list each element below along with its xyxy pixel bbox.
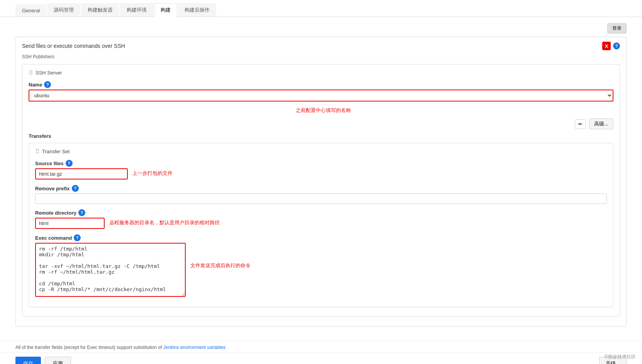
save-button[interactable]: 保存 (15, 357, 41, 364)
source-files-group: Source files ? 上一步打包的文件 (35, 160, 607, 179)
exec-command-help-icon[interactable]: ? (74, 234, 81, 241)
exec-command-group: Exec command ? 文件发送完成后执行的命令 (35, 234, 607, 297)
exec-command-textarea[interactable] (35, 243, 186, 297)
name-help-icon[interactable]: ? (44, 81, 51, 88)
transfer-drag-handle[interactable]: ⠿ (35, 148, 40, 155)
name-select-row: ubuntu (29, 90, 613, 102)
source-files-row: 上一步打包的文件 (35, 168, 607, 179)
transfer-set-section: ⠿ Transfer Set Source files ? 上一步打包的文件 (29, 143, 613, 307)
name-select-wrapper: ubuntu (29, 90, 613, 102)
remote-directory-help-icon[interactable]: ? (78, 209, 85, 216)
source-files-annotation: 上一步打包的文件 (132, 170, 173, 177)
exec-command-row: 文件发送完成后执行的命令 (35, 243, 607, 297)
remove-prefix-group: Remove prefix ? (35, 185, 607, 204)
remote-directory-annotation: 远程服务器的目录名，默认是用户目录的相对路径 (109, 219, 220, 226)
remote-directory-group: Remote directory ? 远程服务器的目录名，默认是用户目录的相对路… (35, 209, 607, 229)
source-files-help-icon[interactable]: ? (66, 160, 73, 167)
transfer-set-header: ⠿ Transfer Set (35, 148, 607, 155)
name-field-group: Name ? ubuntu (29, 81, 613, 102)
tab-source[interactable]: 源码管理 (47, 3, 80, 17)
ssh-panel-header: Send files or execute commands over SSH … (22, 42, 620, 50)
name-select[interactable]: ubuntu (29, 90, 613, 102)
footer-info: All of the transfer fields (except for E… (0, 340, 642, 352)
tab-build[interactable]: 构建 (154, 3, 177, 17)
advanced-row: ✏ 高级... (29, 119, 613, 129)
ssh-publishers-label: SSH Publishers (22, 54, 620, 59)
remove-prefix-input[interactable] (35, 193, 607, 204)
header-icons: X ? (602, 42, 620, 50)
remote-directory-row: 远程服务器的目录名，默认是用户目录的相对路径 (35, 218, 607, 229)
source-files-label: Source files ? (35, 160, 607, 167)
name-annotation: 之前配置中心填写的名称 (296, 107, 351, 114)
watermark: ©掘金技术社区 (605, 354, 636, 360)
pencil-button[interactable]: ✏ (575, 119, 586, 129)
ssh-panel-title: Send files or execute commands over SSH (22, 43, 125, 49)
drag-handle[interactable]: ⠿ (29, 69, 33, 76)
ssh-panel: Send files or execute commands over SSH … (15, 37, 627, 327)
help-icon[interactable]: ? (613, 42, 620, 49)
name-label: Name ? (29, 81, 613, 88)
exec-command-label: Exec command ? (35, 234, 607, 241)
ssh-server-title: SSH Server (36, 70, 62, 76)
remove-prefix-label: Remove prefix ? (35, 185, 607, 192)
tab-trigger[interactable]: 构建触发器 (81, 3, 119, 17)
close-button[interactable]: X (602, 42, 611, 50)
ssh-server-header: ⠿ SSH Server (29, 69, 613, 76)
remote-directory-input[interactable] (35, 218, 105, 229)
source-files-input[interactable] (35, 168, 128, 179)
tab-general[interactable]: General (15, 4, 46, 17)
advanced-button[interactable]: 高级... (589, 119, 613, 129)
remote-directory-label: Remote directory ? (35, 209, 607, 216)
transfer-set-title: Transfer Set (42, 149, 69, 154)
footer-buttons: 保存 应用 高级... (0, 352, 642, 364)
footer-left: 保存 应用 (15, 357, 71, 364)
jenkins-env-vars-link[interactable]: Jenkins environment variables (163, 345, 225, 350)
login-button[interactable]: 登录 (607, 23, 627, 34)
transfers-label: Transfers (29, 133, 613, 139)
top-right-row: 登录 (15, 23, 627, 34)
apply-button[interactable]: 应用 (45, 357, 71, 364)
tab-post[interactable]: 构建后操作 (178, 3, 216, 17)
tab-env[interactable]: 构建环境 (120, 3, 153, 17)
tab-bar: General 源码管理 构建触发器 构建环境 构建 构建后操作 (0, 0, 642, 17)
exec-command-annotation: 文件发送完成后执行的命令 (190, 262, 251, 269)
main-content: 登录 Send files or execute commands over S… (0, 17, 642, 340)
remove-prefix-help-icon[interactable]: ? (72, 185, 79, 192)
ssh-server-section: ⠿ SSH Server Name ? ubuntu (22, 64, 620, 317)
